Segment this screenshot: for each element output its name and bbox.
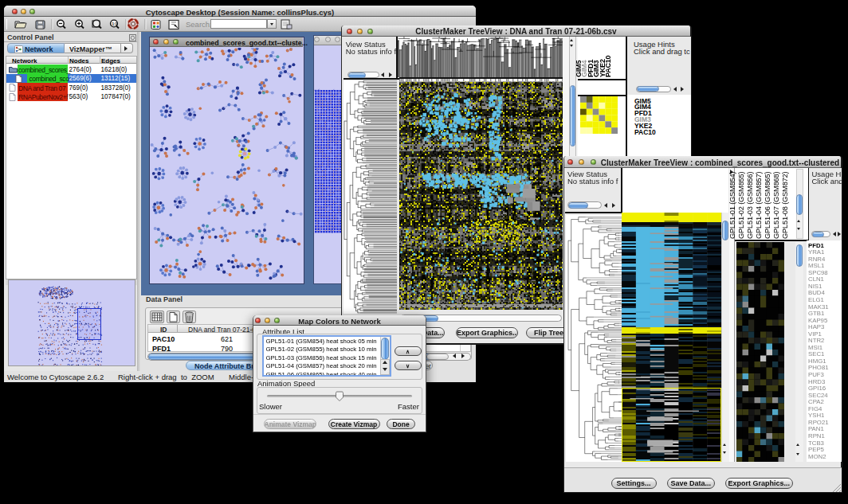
svg-text:1:1: 1:1 <box>112 22 118 26</box>
